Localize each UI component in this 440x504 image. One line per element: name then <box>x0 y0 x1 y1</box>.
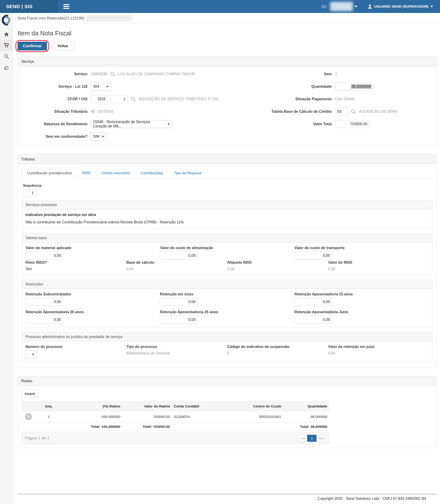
cfop-desc: AQUISIÇÃO DE SERVIÇO TRIBUTADO P/ ISS <box>139 97 218 101</box>
retencoes-panel: Retenções Retenção Subcontratados Retenç… <box>22 280 432 327</box>
tipo-processo-label: Tipo do processo <box>126 345 227 349</box>
quantidade-value: 38,0000000 <box>351 84 371 89</box>
thumbs-up-icon <box>4 65 9 70</box>
pagination-next-button[interactable]: Seg <box>316 435 326 442</box>
tabela-base-desc: AQUISIÇÃO DE SERV <box>359 110 398 114</box>
servico-label: Serviço <box>22 72 87 76</box>
tab-contribuicao-previdenciaria[interactable]: Contribuição previdenciária <box>22 168 77 178</box>
natureza-value: 15046 - Remuneração de Serviços Locação … <box>93 120 165 128</box>
tab-contribuicoes[interactable]: Contribuições <box>135 168 169 178</box>
processo-title: Processo administrativo ou jurídico do p… <box>22 332 432 342</box>
cell-pct: 100,000000 <box>62 411 122 422</box>
indicativo-obra-text: Indicativo prestação de serviço em obra <box>26 213 429 217</box>
app-brand[interactable]: SEND | SIS <box>0 0 58 13</box>
processo-panel: Processo administrativo ou jurídico do p… <box>22 332 432 362</box>
col-centro-custo: Centro de Custo <box>206 402 283 411</box>
sidebar-item-search[interactable] <box>0 51 13 62</box>
user-menu[interactable]: USUARIO SEND (SUPERVISOR) <box>368 4 433 9</box>
retencao-juizo-label: Retenção em Juizo <box>160 292 294 296</box>
col-seq: Seq. <box>35 402 62 411</box>
cell-qtd: 38,000000 <box>283 411 329 422</box>
company-selector[interactable]: (1) - <box>322 2 358 11</box>
action-buttons: Confirmar Voltar <box>18 42 437 50</box>
rateio-pagination: Página 1 de 1 Ant 1 Seg <box>22 432 329 444</box>
sequencia-label: Sequência <box>23 184 432 188</box>
valores-base-panel: Valores base Valor do material aplicado … <box>22 233 432 274</box>
sidebar-item-home[interactable] <box>0 29 13 40</box>
chevron-down-icon <box>32 354 34 355</box>
valor-total-input[interactable] <box>335 120 370 128</box>
servico-panel-title: Serviço <box>18 57 437 66</box>
valores-base-title: Valores base <box>22 234 432 243</box>
retencao-subcontratados-input[interactable] <box>26 298 63 306</box>
breadcrumb-redacted <box>86 15 132 22</box>
retencao-25anos-input[interactable] <box>160 316 198 324</box>
retencao-15anos-input[interactable] <box>294 298 332 306</box>
cio-input[interactable] <box>110 95 128 103</box>
col-conta-contabil: Conta Contábil <box>172 402 206 411</box>
company-prefix: (1) - <box>322 4 328 9</box>
situacao-pagamento-label: Situação Pagamento <box>227 97 332 101</box>
item-value: 1 <box>335 72 337 76</box>
valor-inss-label: Valor do INSS <box>328 260 429 265</box>
confirmar-button[interactable]: Confirmar <box>18 42 47 50</box>
retencao-apos-juizo-label: Retenção Aposentadoria Juizo <box>294 310 429 314</box>
aliquota-inss-value: 0,00 <box>227 267 328 271</box>
alimentacao-input[interactable] <box>160 252 198 259</box>
topbar-right: (1) - USUARIO SEND (SUPERVISOR) <box>322 2 440 11</box>
voltar-button[interactable]: Voltar <box>51 42 74 50</box>
chevron-down-icon <box>167 123 170 125</box>
reter-inss-label: Reter INSS? <box>26 260 126 265</box>
search-icon[interactable] <box>351 109 356 114</box>
retencao-20anos-input[interactable] <box>26 316 63 324</box>
valor-inss-value: 0,00 <box>328 267 429 271</box>
material-input[interactable] <box>26 252 63 259</box>
transporte-input[interactable] <box>294 252 332 259</box>
retencao-apos-juizo-input[interactable] <box>294 316 332 324</box>
tab-irrf[interactable]: IRRF <box>77 168 96 178</box>
pagination-page-1-button[interactable]: 1 <box>307 435 316 442</box>
tabela-base-input[interactable] <box>335 108 348 115</box>
inserir-button[interactable]: Inserir <box>22 390 39 398</box>
cfop-input[interactable] <box>91 95 108 103</box>
servicos-prestados-title: Serviços prestados <box>22 201 432 210</box>
alimentacao-label: Valor do custo de alimentação <box>160 246 294 250</box>
sidebar-item-cart[interactable] <box>0 40 13 51</box>
app-logo[interactable] <box>2 15 11 26</box>
search-icon[interactable] <box>130 96 136 102</box>
sequencia-input[interactable] <box>23 189 36 197</box>
rateio-header-row: Seq. (%) Rateio Valor do Rateio Conta Co… <box>22 402 329 411</box>
cfop-label: CFOP / CIO <box>22 97 87 101</box>
pagination-prev-button[interactable]: Ant <box>298 435 307 442</box>
tab-tipo-de-repasse[interactable]: Tipo de Repasse <box>169 168 207 178</box>
retencao-20anos-label: Retenção Aposentadoria 20 anos <box>26 310 160 314</box>
chevron-down-icon <box>355 6 358 7</box>
base-calculo-label: Base de cálculo <box>126 260 227 265</box>
rateio-table: Seq. (%) Rateio Valor do Rateio Conta Co… <box>22 402 329 431</box>
lei116-select[interactable]: 304 <box>91 83 111 90</box>
sidebar-item-approve[interactable] <box>0 62 13 73</box>
codigo-suspensao-label: Código de indicativo de suspensão <box>227 345 328 349</box>
retencao-juizo-input[interactable] <box>160 298 198 306</box>
search-icon[interactable] <box>110 71 115 77</box>
delete-row-button[interactable]: ✕ <box>25 413 32 420</box>
total-qtd: Total: 38,000000 <box>283 422 329 431</box>
main-content: Item da Nota Fiscal Confirmar Voltar Ser… <box>13 24 440 504</box>
tab-outras-retencoes[interactable]: Outras retenções <box>96 168 135 178</box>
item-label: Item <box>227 72 332 76</box>
company-name-redacted <box>330 2 353 11</box>
codigo-suspensao-value: 0 <box>227 351 328 355</box>
menu-hamburger-icon[interactable] <box>62 1 71 12</box>
servico-code: 19000039 <box>91 72 107 76</box>
chevron-down-icon <box>102 136 104 137</box>
conformidade-select[interactable]: SIM <box>91 133 106 141</box>
col-pct-rateio: (%) Rateio <box>62 402 122 411</box>
retencao-subcontratados-label: Retenção Subcontratados <box>26 292 160 296</box>
numero-processo-select[interactable] <box>26 350 37 358</box>
valor-retencao-juizo-label: Valor da retenção em juízo <box>328 345 429 349</box>
quantidade-input[interactable]: 38,0000000 <box>335 83 374 90</box>
retencao-25anos-label: Retenção Aposentadoria 25 anos <box>160 310 294 314</box>
natureza-select[interactable]: 15046 - Remuneração de Serviços Locação … <box>91 120 172 128</box>
user-icon <box>368 4 372 9</box>
quantidade-label: Quantidade <box>227 85 332 89</box>
